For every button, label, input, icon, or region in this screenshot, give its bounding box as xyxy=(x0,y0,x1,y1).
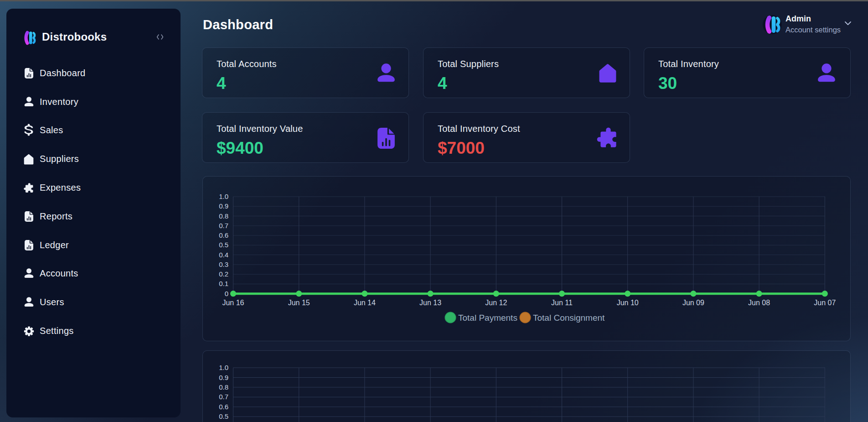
svg-text:Jun 11: Jun 11 xyxy=(551,299,573,307)
svg-text:0.5: 0.5 xyxy=(219,412,228,420)
svg-text:Jun 10: Jun 10 xyxy=(617,299,639,307)
svg-text:0.2: 0.2 xyxy=(219,270,228,278)
svg-text:Jun 15: Jun 15 xyxy=(288,299,310,307)
svg-text:Jun 14: Jun 14 xyxy=(354,299,376,307)
svg-text:0.9: 0.9 xyxy=(219,202,228,210)
svg-text:Jun 13: Jun 13 xyxy=(419,299,441,307)
svg-text:0.6: 0.6 xyxy=(219,403,228,411)
svg-text:0.8: 0.8 xyxy=(219,212,228,220)
svg-text:0.7: 0.7 xyxy=(219,393,228,401)
svg-text:Total Consignment: Total Consignment xyxy=(533,313,605,323)
svg-text:Jun 16: Jun 16 xyxy=(222,299,244,307)
svg-text:Jun 09: Jun 09 xyxy=(682,299,704,307)
svg-text:0.3: 0.3 xyxy=(219,260,228,268)
svg-text:0.9: 0.9 xyxy=(219,374,228,381)
svg-text:1.0: 1.0 xyxy=(219,364,228,371)
svg-text:0.7: 0.7 xyxy=(219,222,228,229)
svg-text:0: 0 xyxy=(225,290,228,297)
svg-text:0.6: 0.6 xyxy=(219,231,228,239)
svg-text:Total Payments: Total Payments xyxy=(458,313,517,323)
svg-text:0.8: 0.8 xyxy=(219,383,228,391)
svg-text:Jun 12: Jun 12 xyxy=(485,299,507,307)
svg-text:Jun 08: Jun 08 xyxy=(748,299,770,307)
svg-text:Jun 07: Jun 07 xyxy=(814,299,836,307)
svg-text:0.4: 0.4 xyxy=(219,251,228,259)
svg-text:1.0: 1.0 xyxy=(219,193,228,200)
svg-text:0.1: 0.1 xyxy=(219,280,228,287)
svg-text:0.5: 0.5 xyxy=(219,241,228,249)
